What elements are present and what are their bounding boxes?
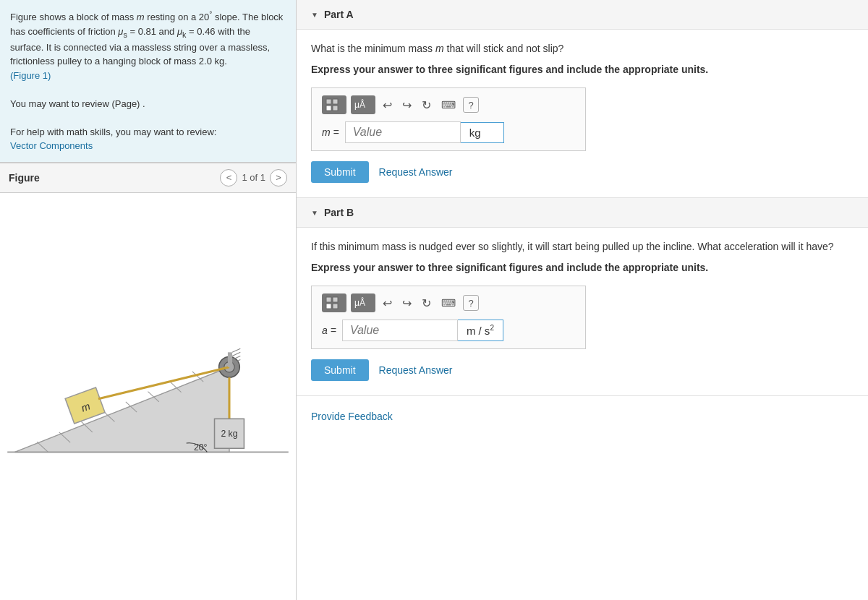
part-a-question: What is the minimum mass m that will sti… xyxy=(311,41,854,56)
feedback-section: Provide Feedback xyxy=(297,396,868,444)
left-panel: Figure shows a block of mass m resting o… xyxy=(0,0,297,600)
figure-page-label: 1 of 1 xyxy=(242,172,265,183)
part-a-toolbar: μÅ ↩ ↪ ↻ ⌨ ? xyxy=(322,95,575,114)
svg-rect-25 xyxy=(333,99,338,104)
part-a-content: What is the minimum mass m that will sti… xyxy=(297,30,868,197)
review-page-text: You may want to review (Page) . xyxy=(10,98,145,109)
part-b-submit-button[interactable]: Submit xyxy=(311,359,369,381)
svg-line-21 xyxy=(232,352,240,356)
part-a-keyboard-button[interactable]: ⌨ xyxy=(438,95,459,114)
figure-link[interactable]: (Figure 1) xyxy=(10,70,51,81)
part-a-header[interactable]: ▼ Part A xyxy=(297,0,868,30)
part-a-section: ▼ Part A What is the minimum mass m that… xyxy=(297,0,868,198)
matrix-icon xyxy=(326,98,339,111)
figure-prev-button[interactable]: < xyxy=(220,169,237,187)
svg-rect-29 xyxy=(333,297,338,302)
svg-rect-31 xyxy=(333,304,338,309)
part-b-refresh-button[interactable]: ↻ xyxy=(419,293,434,312)
right-panel: ▼ Part A What is the minimum mass m that… xyxy=(297,0,868,600)
math-review-text: For help with math skills, you may want … xyxy=(10,127,216,137)
part-a-mu-button[interactable]: μÅ xyxy=(351,95,375,114)
problem-description: Figure shows a block of mass m resting o… xyxy=(0,0,296,163)
part-a-actions: Submit Request Answer xyxy=(311,161,854,183)
part-a-instruction: Express your answer to three significant… xyxy=(311,62,854,77)
svg-rect-19 xyxy=(228,352,232,367)
part-a-redo-button[interactable]: ↪ xyxy=(399,95,414,114)
part-b-variable-label: a = xyxy=(322,325,336,336)
svg-rect-28 xyxy=(326,297,331,302)
part-b-answer-box: μÅ ↩ ↪ ↻ ⌨ ? a = m / s2 xyxy=(311,286,586,349)
svg-line-20 xyxy=(232,348,240,352)
part-b-help-button[interactable]: ? xyxy=(463,295,479,311)
matrix-icon-b xyxy=(326,296,339,309)
figure-next-button[interactable]: > xyxy=(270,169,287,187)
figure-title: Figure xyxy=(9,172,214,184)
part-b-header[interactable]: ▼ Part B xyxy=(297,198,868,228)
vector-components-link[interactable]: Vector Components xyxy=(10,140,93,151)
svg-text:20°: 20° xyxy=(194,442,208,453)
part-a-refresh-button[interactable]: ↻ xyxy=(419,95,434,114)
svg-rect-26 xyxy=(326,106,331,111)
part-b-mu-button[interactable]: μÅ xyxy=(351,293,375,312)
part-a-arrow: ▼ xyxy=(311,11,318,19)
figure-canvas: m 20° 2 kg xyxy=(0,193,296,600)
figure-navigation: < 1 of 1 > xyxy=(220,169,287,187)
svg-text:2 kg: 2 kg xyxy=(221,429,237,439)
part-a-variable-label: m = xyxy=(322,127,339,138)
part-b-request-answer-link[interactable]: Request Answer xyxy=(379,364,453,376)
part-a-label: Part A xyxy=(324,9,354,20)
part-b-redo-button[interactable]: ↪ xyxy=(399,293,414,312)
part-a-undo-button[interactable]: ↩ xyxy=(380,95,395,114)
part-a-help-button[interactable]: ? xyxy=(463,97,479,113)
part-b-undo-button[interactable]: ↩ xyxy=(380,293,395,312)
part-a-request-answer-link[interactable]: Request Answer xyxy=(379,166,453,178)
part-b-actions: Submit Request Answer xyxy=(311,359,854,381)
part-b-content: If this minimum mass is nudged ever so s… xyxy=(297,228,868,395)
part-b-input-row: a = m / s2 xyxy=(322,320,575,341)
part-b-unit: m / s2 xyxy=(458,320,503,341)
part-b-question: If this minimum mass is nudged ever so s… xyxy=(311,239,854,254)
part-a-value-input[interactable] xyxy=(345,121,461,143)
provide-feedback-link[interactable]: Provide Feedback xyxy=(311,411,393,422)
part-a-submit-button[interactable]: Submit xyxy=(311,161,369,183)
part-a-matrix-button[interactable] xyxy=(322,95,346,114)
figure-header: Figure < 1 of 1 > xyxy=(0,163,296,193)
figure-svg: m 20° 2 kg xyxy=(0,193,296,600)
part-b-value-input[interactable] xyxy=(342,320,458,341)
problem-text-content: Figure shows a block of mass m resting o… xyxy=(10,12,283,67)
part-a-unit: kg xyxy=(461,122,504,143)
figure-area: Figure < 1 of 1 > xyxy=(0,163,296,600)
part-a-input-row: m = kg xyxy=(322,121,575,143)
part-a-answer-box: μÅ ↩ ↪ ↻ ⌨ ? m = kg xyxy=(311,87,586,151)
part-b-label: Part B xyxy=(324,207,354,218)
part-b-section: ▼ Part B If this minimum mass is nudged … xyxy=(297,198,868,396)
part-b-matrix-button[interactable] xyxy=(322,293,346,312)
part-b-toolbar: μÅ ↩ ↪ ↻ ⌨ ? xyxy=(322,293,575,312)
svg-marker-1 xyxy=(14,367,229,452)
svg-rect-27 xyxy=(333,106,338,111)
part-b-arrow: ▼ xyxy=(311,209,318,217)
part-b-instruction: Express your answer to three significant… xyxy=(311,260,854,275)
svg-rect-30 xyxy=(326,304,331,309)
part-b-keyboard-button[interactable]: ⌨ xyxy=(438,293,459,312)
svg-rect-24 xyxy=(326,99,331,104)
